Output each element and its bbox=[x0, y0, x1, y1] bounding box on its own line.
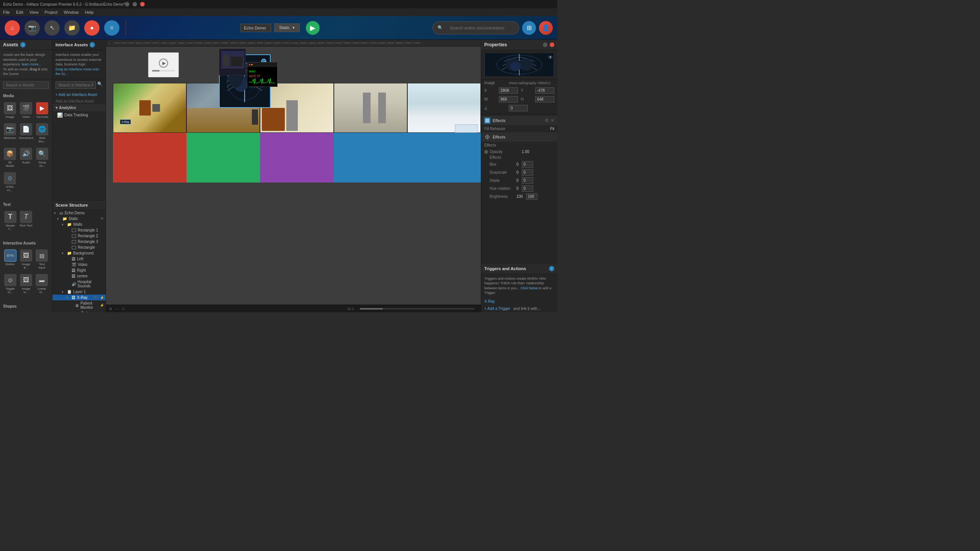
scene-tree-item-right[interactable]: 🖼 Right bbox=[52, 267, 106, 273]
scene-tree-item-xray[interactable]: ▾ 🖼 X-Ray 👁 ⚡ bbox=[52, 295, 106, 300]
asset-3dmodel[interactable]: 📦 3D Model bbox=[3, 146, 17, 169]
brightness-input[interactable] bbox=[526, 193, 537, 200]
add-trigger-button[interactable]: + Add a Trigger bbox=[484, 306, 510, 311]
scene-tree-item-echo-demo[interactable]: ▾ 🗂 Echo Demo bbox=[52, 210, 106, 216]
click-below-link[interactable]: Click below bbox=[521, 286, 538, 290]
timeline-ruler: 0 200 400 600 800 1000 1200 1400 1600 18… bbox=[106, 40, 481, 47]
learn-more-link[interactable]: learn more... bbox=[22, 62, 41, 66]
asset-htmlframe[interactable]: ⟨⟩ HTML Fr... bbox=[3, 171, 17, 194]
visibility-toggle[interactable]: 👁 bbox=[548, 55, 553, 60]
scene-tree-item-static[interactable]: ▾ 📁 Static 👁 bbox=[52, 216, 106, 222]
xray-visibility-icon[interactable]: 👁 bbox=[94, 295, 98, 300]
asset-deepzoom[interactable]: 🔍 Deep Zo... bbox=[35, 146, 49, 169]
tool-folder[interactable]: 📁 bbox=[64, 20, 80, 36]
h-input[interactable] bbox=[535, 96, 554, 103]
scene-tree-item-walls[interactable]: ▾ 📁 Walls bbox=[52, 222, 106, 227]
props-close-icon[interactable]: ✕ bbox=[550, 118, 554, 123]
sepia-input[interactable] bbox=[522, 177, 533, 184]
menu-window[interactable]: Window bbox=[64, 10, 79, 15]
analytics-section-header[interactable]: ▾ Analytics bbox=[52, 104, 106, 111]
scene-tree-item-layer1[interactable]: ▾ 📋 Layer 1 bbox=[52, 289, 106, 295]
media-player-element[interactable]: ▶ bbox=[148, 52, 179, 77]
triggers-info-badge[interactable]: i bbox=[549, 266, 554, 271]
asset-linear-gauge[interactable]: ▬ Linear G... bbox=[35, 272, 49, 295]
tool-layers[interactable]: ≡ bbox=[104, 20, 119, 36]
asset-youtube[interactable]: ▶ YouTube bbox=[35, 101, 49, 120]
eye-static-icon[interactable]: 👁 bbox=[100, 217, 104, 221]
y-input[interactable] bbox=[535, 87, 554, 94]
minimize-button[interactable]: − bbox=[125, 2, 129, 7]
tool-cursor[interactable]: ↖ bbox=[44, 20, 60, 36]
scene-tree-item-centre[interactable]: 🖼 centre bbox=[52, 273, 106, 279]
menu-view[interactable]: View bbox=[29, 10, 39, 15]
scene-tree-item-background[interactable]: ▾ 📁 Background bbox=[52, 250, 106, 256]
asset-audio[interactable]: 🔊 Audio bbox=[18, 146, 34, 169]
asset-simple-text[interactable]: T Simple T... bbox=[3, 209, 17, 232]
asset-ellipse[interactable]: Ellipse bbox=[3, 311, 17, 312]
scene-tree-item-rect[interactable]: Rectangle bbox=[52, 245, 106, 250]
maximize-button[interactable]: □ bbox=[132, 2, 137, 7]
menu-help[interactable]: Help bbox=[85, 10, 94, 15]
assets-search-input[interactable] bbox=[3, 82, 49, 89]
toolbar-icon-person[interactable]: 👤 bbox=[539, 21, 553, 35]
patient-monitor-element[interactable]: 98/62 SpO2: 97 bbox=[247, 62, 278, 87]
scene-tree-item-patient-monitor[interactable]: 🖥 Patient Monitor ⚡ bbox=[52, 300, 106, 310]
room-thumbnail-1[interactable] bbox=[219, 49, 246, 75]
close-button[interactable]: × bbox=[140, 2, 145, 7]
scene-photo-strip: X-Ray bbox=[113, 83, 481, 133]
menu-edit[interactable]: Edit bbox=[16, 10, 23, 15]
scene-tree-item-button-xray[interactable]: ⬜ Button - X-Ray ⚡ bbox=[52, 310, 106, 312]
add-interface-asset-button[interactable]: + Add an Interface Asset bbox=[52, 91, 106, 98]
asset-video[interactable]: 🎬 Video bbox=[18, 101, 34, 120]
asset-webbroser[interactable]: 🌐 Web Bro... bbox=[35, 122, 49, 145]
bottom-icon-1[interactable]: ⊞ bbox=[109, 307, 112, 311]
interface-assets-info-badge[interactable]: i bbox=[90, 42, 95, 47]
menu-project[interactable]: Project bbox=[44, 10, 57, 15]
scene-tree-item-rect1[interactable]: Rectangle 1 bbox=[52, 227, 106, 233]
asset-image[interactable]: 🖼 Image bbox=[3, 101, 17, 120]
bottom-icon-2[interactable]: ↔ bbox=[115, 307, 119, 311]
menu-file[interactable]: File bbox=[3, 10, 10, 15]
asset-rectangle[interactable]: Rectangle bbox=[18, 311, 34, 312]
asset-text-input[interactable]: ▤ Text Input bbox=[35, 248, 49, 271]
r-input[interactable] bbox=[509, 105, 528, 111]
asset-document[interactable]: 📄 Document bbox=[18, 122, 34, 145]
huerotation-input[interactable] bbox=[522, 185, 533, 192]
timeline-scrollbar[interactable] bbox=[360, 308, 475, 310]
assets-instruction: To add an Asset, drag it onto the Scene bbox=[3, 67, 48, 76]
w-input[interactable] bbox=[499, 96, 518, 103]
scene-tree-item-rect3[interactable]: Rectangle 3 bbox=[52, 239, 106, 245]
bottom-icon-3[interactable]: ⟨⟩ bbox=[122, 307, 125, 311]
tool-record[interactable]: ● bbox=[84, 20, 100, 36]
scene-tree-item-rect2[interactable]: Rectangle 2 bbox=[52, 233, 106, 239]
asset-button[interactable]: BTN Button bbox=[3, 248, 17, 271]
chevron-down-icon[interactable]: ▾ bbox=[292, 25, 295, 30]
data-tracking-item[interactable]: 📊 Data Tracking bbox=[52, 111, 106, 119]
search-input[interactable] bbox=[445, 23, 514, 33]
asset-image-input[interactable]: 🖼 Image In... bbox=[19, 272, 33, 295]
asset-rich-text[interactable]: T Rich Text bbox=[19, 209, 33, 232]
scene-selector[interactable]: Echo Demo bbox=[240, 24, 271, 32]
video-tree-icon: 🎬 bbox=[72, 262, 76, 267]
svg-rect-2 bbox=[72, 229, 76, 232]
play-button[interactable]: ▶ bbox=[306, 21, 320, 35]
interface-assets-search-input[interactable] bbox=[56, 82, 96, 89]
canvas-viewport[interactable]: X-Ray bbox=[106, 47, 481, 305]
tool-home[interactable]: ⌂ bbox=[5, 20, 20, 36]
asset-image-button[interactable]: 🖼 Image B... bbox=[19, 248, 33, 271]
drag-interface-asset-link[interactable]: Drag an Interface Asset onto the Sc... bbox=[56, 67, 99, 76]
interface-assets-search-icon[interactable]: 🔍 bbox=[97, 82, 103, 89]
assets-info-badge[interactable]: i bbox=[20, 42, 26, 47]
scene-tree-item-video[interactable]: 🎬 Video bbox=[52, 262, 106, 267]
scene-tree-item-left[interactable]: 🖼 Left bbox=[52, 256, 106, 262]
blur-input[interactable] bbox=[522, 161, 533, 168]
props-settings-icon[interactable]: ⚙ bbox=[545, 118, 549, 123]
asset-toggle-input[interactable]: ⊙ Toggle In... bbox=[3, 272, 17, 295]
asset-webcam[interactable]: 📷 Webcam bbox=[3, 122, 17, 145]
xray-tree-icon: 🖼 bbox=[72, 295, 75, 300]
scene-tree-item-hospital-sounds[interactable]: 🔊 Hospital Sounds bbox=[52, 279, 106, 289]
x-input[interactable] bbox=[499, 87, 518, 94]
toolbar-icon-grid[interactable]: ⊞ bbox=[522, 21, 536, 35]
tool-camera[interactable]: 📷 bbox=[24, 20, 40, 36]
grayscale-input[interactable] bbox=[522, 169, 533, 176]
